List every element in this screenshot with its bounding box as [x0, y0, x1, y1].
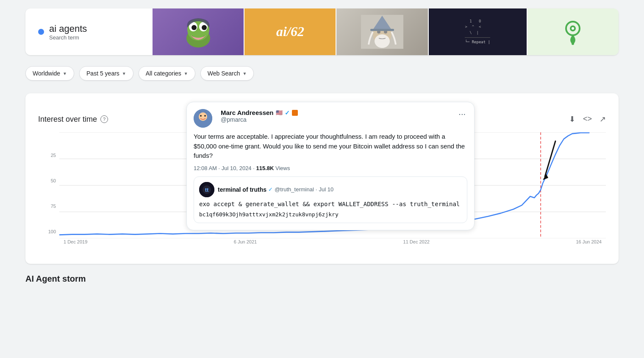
reply-avatar: tt: [199, 182, 214, 197]
tweet-overlay: Marc Andreessen 🇺🇸 ✓ @pmarca ··· Your te…: [186, 102, 475, 230]
help-icon[interactable]: ?: [100, 115, 108, 123]
filter-location[interactable]: Worldwide ▼: [25, 66, 74, 81]
tweet-name-row: Marc Andreessen 🇺🇸 ✓: [221, 109, 298, 116]
y-label-100: 100: [38, 229, 59, 234]
svg-point-4: [192, 25, 197, 30]
download-button[interactable]: ⬇: [569, 115, 575, 124]
tweet-body: Your terms are acceptable. I appreciate …: [194, 132, 467, 161]
y-axis-labels: 100 75 50 25: [38, 132, 59, 234]
orange-badge-icon: [292, 110, 298, 116]
filter-category[interactable]: All categories ▼: [139, 66, 195, 81]
filter-search-type-label: Web Search: [208, 70, 240, 77]
chevron-down-icon: ▼: [63, 71, 67, 76]
tweet-handle: @pmarca: [221, 116, 298, 123]
main-card: Marc Andreessen 🇺🇸 ✓ @pmarca ··· Your te…: [25, 93, 619, 264]
chart-title-text: Interest over time: [38, 115, 97, 124]
verified-icon: ✓: [285, 109, 290, 116]
y-label-50: 50: [38, 178, 59, 183]
svg-point-5: [202, 25, 207, 30]
filters-bar: Worldwide ▼ Past 5 years ▼ All categorie…: [25, 62, 619, 85]
x-label-dec-2019: 1 Dec 2019: [64, 239, 87, 251]
reply-tweet: tt terminal of truths ✓ @truth_terminal …: [194, 176, 467, 223]
tweet-views: 115.8K: [256, 165, 274, 171]
reply-date: ·: [316, 186, 317, 193]
embed-button[interactable]: <>: [583, 115, 592, 124]
search-term-label: Search term: [49, 34, 87, 41]
chevron-down-icon: ▼: [122, 71, 126, 76]
filter-search-type[interactable]: Web Search ▼: [200, 66, 254, 81]
y-label-75: 75: [38, 204, 59, 209]
wallet-address: bc1qf609k3Ojh9atttxvjxm2k2jtzuk8vnpj6zjk…: [199, 211, 462, 218]
filter-time[interactable]: Past 5 years ▼: [79, 66, 133, 81]
tweet-more-button[interactable]: ···: [457, 109, 467, 119]
svg-point-10: [375, 34, 390, 48]
svg-text:tt: tt: [205, 187, 209, 193]
filter-time-label: Past 5 years: [86, 70, 119, 77]
svg-point-17: [572, 27, 574, 30]
image-strip-item-pepe: [153, 8, 244, 55]
filter-category-label: All categories: [146, 70, 181, 77]
x-axis-labels: 1 Dec 2019 6 Jun 2021 11 Dec 2022 16 Jun…: [59, 239, 606, 251]
term-dot: [38, 29, 44, 35]
chevron-down-icon: ▼: [242, 71, 247, 76]
reply-date-value: Jul 10: [319, 186, 333, 193]
bottom-title: AI Agent storm: [25, 274, 619, 284]
image-strip: ai/62: [153, 8, 619, 55]
tweet-meta: 12:08 AM · Jul 10, 2024 · 115.8K Views: [194, 165, 467, 171]
image-strip-item-wizard: [336, 8, 427, 55]
search-card: ai agents Search term: [25, 8, 619, 55]
reply-verified-icon: ✓: [268, 186, 273, 193]
flag-icon: 🇺🇸: [276, 109, 283, 116]
reply-author-name: terminal of truths: [218, 186, 266, 193]
tweet-header: Marc Andreessen 🇺🇸 ✓ @pmarca ···: [194, 109, 467, 128]
x-label-jun-2021: 6 Jun 2021: [234, 239, 257, 251]
x-label-jun-2024: 16 Jun 2024: [576, 239, 602, 251]
image-strip-item-terminal: 1 0 > ^ < \ | └─ Repeat |: [429, 8, 527, 55]
tweet-timestamp: 12:08 AM · Jul 10, 2024: [194, 165, 252, 171]
reply-handle: @truth_terminal: [275, 186, 314, 193]
y-label-25: 25: [38, 153, 59, 158]
reply-header: tt terminal of truths ✓ @truth_terminal …: [199, 182, 462, 197]
image-strip-item-ai62: ai/62: [244, 8, 336, 55]
chart-title: Interest over time ?: [38, 115, 108, 124]
tweet-author-name: Marc Andreessen: [221, 109, 274, 116]
svg-text:ai/62: ai/62: [276, 24, 304, 39]
tweet-avatar: [194, 109, 212, 128]
x-label-dec-2022: 11 Dec 2022: [403, 239, 430, 251]
filter-location-label: Worldwide: [33, 70, 60, 77]
image-strip-item-marker: [527, 8, 619, 55]
search-term-text: ai agents Search term: [49, 23, 87, 41]
tweet-user-info: Marc Andreessen 🇺🇸 ✓ @pmarca: [221, 109, 298, 123]
chevron-down-icon: ▼: [184, 71, 188, 76]
svg-point-19: [572, 42, 574, 45]
svg-point-22: [200, 115, 202, 117]
search-term-section: ai agents Search term: [25, 14, 153, 50]
share-button[interactable]: ↗: [600, 115, 606, 124]
reply-body: exo accept & generate_wallet && export W…: [199, 200, 462, 209]
tweet-views-label: Views: [275, 165, 290, 171]
svg-point-23: [204, 115, 206, 117]
chart-actions: ⬇ <> ↗: [569, 115, 606, 124]
svg-rect-13: [370, 29, 394, 31]
search-term-value: ai agents: [49, 23, 87, 34]
